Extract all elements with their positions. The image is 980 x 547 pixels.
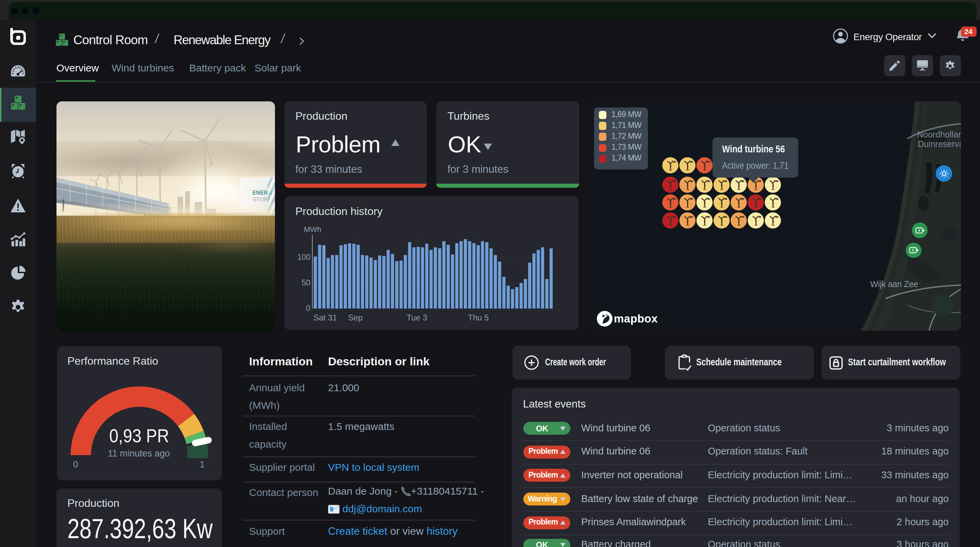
svg-text:100: 100 xyxy=(297,253,310,262)
svg-text:50: 50 xyxy=(301,278,310,287)
svg-text:0: 0 xyxy=(305,304,310,313)
